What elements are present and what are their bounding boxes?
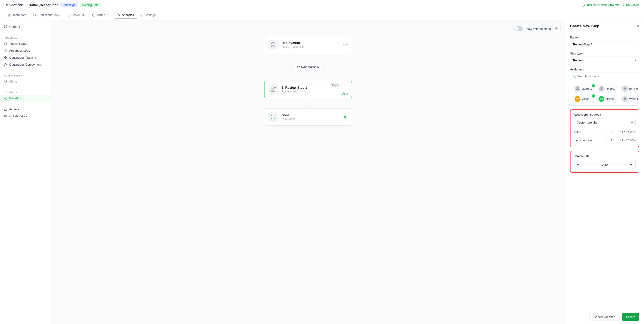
tab-issues[interactable]: Issues 0	[89, 11, 114, 19]
collaborators-icon	[4, 114, 8, 118]
assignee-picselli[interactable]: PS picselli...	[596, 95, 618, 103]
svg-line-15	[5, 98, 6, 99]
show-deleted-wrap: Show deleted steps	[514, 26, 551, 31]
step-type-required: *	[583, 52, 584, 55]
tab-tasks[interactable]: Tasks 0	[65, 11, 88, 19]
deployment-id: 0193bb73-a0e8-734a-a9c1-0c6b4e2df7bb	[587, 4, 639, 7]
assignees-search-input[interactable]	[570, 72, 639, 80]
sync-manually-button[interactable]: Sync Manually	[294, 64, 322, 70]
pipeline: Deployment Traffic_Recognition 566 ↓ Syn…	[56, 36, 560, 126]
sync-manually-label: Sync Manually	[301, 65, 319, 68]
tab-settings[interactable]: Settings	[138, 11, 158, 19]
breadcrumb: Deployments / Traffic_Recognition Campai…	[5, 3, 101, 7]
sidebar-item-alerts[interactable]: Alerts	[0, 78, 51, 85]
weight-pierre-input[interactable]	[604, 137, 618, 144]
assignee-vivien[interactable]: vivien.r...	[620, 95, 639, 103]
tab-issues-label: Issues	[96, 13, 105, 17]
step-type-select[interactable]: Review Labeling Consensus	[570, 56, 639, 64]
sidebar-item-continuous-training[interactable]: Continuous Training	[0, 54, 51, 61]
sample-rate-increase-button[interactable]: +	[627, 160, 636, 169]
sidebar-item-collaborators[interactable]: Collaborators	[0, 113, 51, 120]
assignees-label: Assignees	[570, 68, 639, 71]
top-bar: Deployments / Traffic_Recognition Campai…	[0, 0, 644, 10]
sample-rate-input[interactable]	[582, 163, 627, 166]
tab-dashboard[interactable]: Dashboard	[5, 11, 30, 19]
continuous-deployment-icon	[4, 62, 8, 66]
feedback-loop-icon	[4, 49, 8, 52]
deployment-node[interactable]: Deployment Traffic_Recognition 566	[264, 36, 352, 53]
sidebar-item-workflow[interactable]: Workflow	[0, 95, 51, 102]
svg-point-20	[271, 43, 275, 44]
weight-victorp-input[interactable]	[604, 129, 618, 135]
predictions-badge: 567	[54, 14, 61, 17]
main-layout: General Pipelines Training Data Feedback…	[0, 20, 644, 324]
id-link[interactable]: 0193bb73-a0e8-734a-a9c1-0c6b4e2df7bb	[583, 4, 639, 7]
tab-predictions-label: Predictions	[38, 13, 52, 17]
settings-gear-button[interactable]	[553, 25, 560, 32]
assignee-victorp-check: ✓	[592, 94, 595, 98]
strategy-select[interactable]: Custom weight Equal split None	[574, 119, 636, 126]
assignee-victorp[interactable]: VP VictorP ✓	[572, 95, 594, 103]
panel-title: Create New Step	[570, 24, 599, 28]
general-icon	[4, 25, 8, 28]
panel-close-button[interactable]: ×	[637, 24, 639, 28]
issues-icon	[92, 14, 95, 17]
deployment-node-icon	[268, 40, 278, 50]
tab-predictions[interactable]: Predictions 567	[30, 11, 64, 19]
sample-rate-control: − +	[574, 160, 636, 169]
assignee-henrik[interactable]: henrik...	[596, 84, 618, 93]
search-icon: 🔍	[572, 75, 576, 78]
strategy-box-label: Assets split strategy	[574, 113, 636, 116]
cancel-creation-button[interactable]: Cancel Creation	[589, 313, 620, 321]
assignee-victorp-avatar: VP	[575, 96, 580, 102]
svg-point-24	[624, 88, 626, 89]
done-node[interactable]: Done Tasks done 0	[264, 108, 352, 126]
sidebar-item-training-data[interactable]: Training Data	[0, 40, 51, 47]
assignee-remihe-name: remihe...	[629, 87, 639, 90]
weight-pierre-user: pierre_nicolas	[574, 138, 592, 142]
show-deleted-label: Show deleted steps	[524, 27, 551, 30]
review-node[interactable]: 1. Review Step 1 Review task Draft 2	[264, 81, 352, 98]
sidebar-item-general[interactable]: General	[0, 23, 51, 30]
sidebar-continuous-training-label: Continuous Training	[9, 56, 36, 59]
sidebar-section-campaign: Campaign	[0, 89, 51, 95]
name-input[interactable]	[570, 40, 639, 48]
breadcrumb-deployments[interactable]: Deployments	[5, 3, 24, 7]
sidebar-item-continuous-deployment[interactable]: Continuous Deployment	[0, 61, 51, 68]
review-node-reviewers: 2	[342, 92, 348, 96]
workflow-icon	[4, 96, 8, 100]
sidebar-item-access[interactable]: Access	[0, 106, 51, 113]
sample-rate-decrease-button[interactable]: −	[574, 160, 582, 169]
draft-badge: Draft	[330, 84, 340, 87]
alerts-icon	[4, 80, 8, 83]
panel-body: Name * Step type * Review Labeling Conse…	[566, 32, 644, 310]
name-required: *	[578, 36, 580, 39]
users-icon	[342, 92, 346, 96]
sidebar-alerts-label: Alerts	[9, 80, 17, 83]
assignee-pierre[interactable]: pierre_... ✓	[572, 84, 594, 93]
create-button[interactable]: Create	[622, 313, 639, 321]
tab-analytics[interactable]: Analytics	[114, 11, 136, 19]
svg-marker-11	[4, 56, 7, 59]
sidebar-divider-4	[0, 104, 51, 104]
name-field-group: Name *	[570, 36, 639, 48]
sidebar-collaborators-label: Collaborators	[9, 114, 27, 118]
weight-row-victorp: VictorP / 4 = 75.00%	[574, 129, 636, 135]
sidebar-divider-3	[0, 87, 51, 87]
sync-icon	[297, 66, 300, 68]
content-controls: Show deleted steps	[56, 25, 560, 32]
svg-line-5	[35, 16, 36, 16]
sidebar-item-feedback-loop[interactable]: Feedback Loop	[0, 47, 51, 54]
show-deleted-toggle[interactable]	[514, 26, 523, 31]
connector-arrow-1: ↓	[308, 59, 309, 62]
campaign-badge: Campaign	[60, 3, 78, 7]
breadcrumb-project[interactable]: Traffic_Recognition	[28, 3, 59, 7]
assignee-remihe[interactable]: remihe...	[620, 84, 639, 93]
tab-settings-label: Settings	[145, 13, 156, 17]
training-data-icon	[4, 42, 8, 46]
dashboard-icon	[8, 14, 11, 17]
done-node-info: Done Tasks done	[282, 113, 338, 121]
sidebar-workflow-label: Workflow	[9, 97, 22, 100]
predictions-icon	[33, 14, 36, 17]
edit-icon	[271, 87, 276, 92]
